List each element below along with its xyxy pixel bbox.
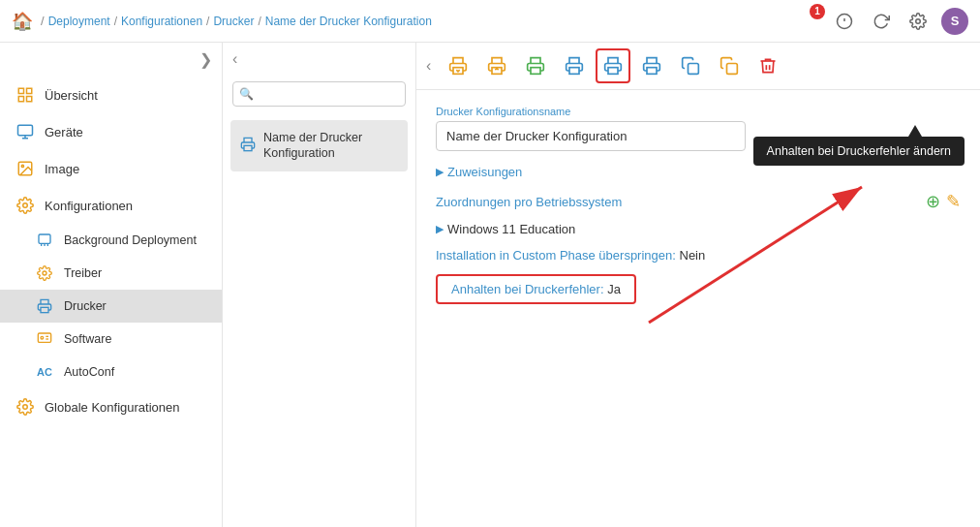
svg-rect-5 bbox=[27, 88, 32, 93]
breadcrumb: Deployment / Konfigurationen / Drucker /… bbox=[48, 15, 432, 28]
toolbar-btn-print-blue2[interactable] bbox=[634, 48, 669, 83]
toolbar-btn-delete[interactable] bbox=[750, 48, 785, 83]
sidebar-item-background-deployment-label: Background Deployment bbox=[64, 233, 197, 247]
sidebar-item-autoconf-label: AutoConf bbox=[64, 365, 114, 379]
sidebar-item-background-deployment[interactable]: Background Deployment bbox=[0, 224, 222, 257]
notifications-button[interactable]: 1 bbox=[794, 8, 821, 35]
toolbar-btn-copy[interactable] bbox=[673, 48, 708, 83]
copy-orange-icon bbox=[720, 56, 739, 76]
home-icon[interactable]: 🏠 bbox=[12, 11, 33, 32]
breadcrumb-sep-0: / bbox=[41, 14, 45, 28]
topbar: 🏠 / Deployment / Konfigurationen / Druck… bbox=[0, 0, 980, 43]
zuweisungen-label: Zuweisungen bbox=[447, 165, 522, 179]
sidebar-item-image-label: Image bbox=[45, 162, 79, 176]
refresh-button[interactable] bbox=[868, 8, 895, 35]
anhalten-value: Ja bbox=[607, 282, 621, 296]
field-value-box: Name der Drucker Konfiguration bbox=[436, 121, 746, 151]
toolbar-btn-copy-orange[interactable] bbox=[712, 48, 747, 83]
search-input[interactable] bbox=[232, 81, 406, 107]
sidebar-item-treiber-label: Treiber bbox=[64, 266, 102, 280]
toolbar-nav-arrow[interactable]: ‹ bbox=[426, 57, 431, 75]
windows-arrow-icon: ▶ bbox=[436, 223, 444, 235]
zuordnungen-edit-icon[interactable]: ✎ bbox=[946, 191, 961, 212]
svg-rect-34 bbox=[727, 64, 738, 75]
list-item-label: Name der DruckerKonfiguration bbox=[263, 130, 362, 162]
toolbar-btn-print-green[interactable] bbox=[518, 48, 553, 83]
breadcrumb-current: Name der Drucker Konfiguration bbox=[265, 15, 432, 28]
svg-rect-4 bbox=[18, 88, 23, 93]
drucker-icon bbox=[35, 296, 54, 316]
ubersicht-icon bbox=[15, 85, 35, 105]
toolbar-btn-export1[interactable] bbox=[441, 48, 475, 83]
sidebar-item-drucker[interactable]: Drucker bbox=[0, 290, 222, 323]
sidebar-item-ubersicht-label: Übersicht bbox=[45, 88, 98, 103]
sidebar-item-konfigurationen-label: Konfigurationen bbox=[45, 199, 133, 213]
sidebar-item-konfigurationen[interactable]: Konfigurationen bbox=[0, 187, 222, 224]
svg-rect-29 bbox=[569, 68, 579, 75]
info-button[interactable] bbox=[831, 8, 858, 35]
list-item-drucker-konfig[interactable]: Name der DruckerKonfiguration bbox=[230, 120, 408, 171]
toolbar-btn-print-blue1[interactable] bbox=[557, 48, 592, 83]
sidebar-item-image[interactable]: Image bbox=[0, 150, 222, 187]
field-label: Drucker Konfigurationsname bbox=[436, 106, 961, 117]
print-blue1-icon bbox=[565, 56, 584, 76]
windows-label: Windows 11 Education bbox=[447, 222, 575, 236]
zuordnungen-header: Zuordnungen pro Betriebssystem ⊕ ✎ bbox=[436, 191, 961, 212]
print-active-icon bbox=[603, 56, 623, 76]
middle-nav-arrow[interactable]: ‹ bbox=[232, 50, 237, 68]
zuweisungen-link[interactable]: ▶ Zuweisungen bbox=[436, 165, 961, 179]
middle-panel-search-container: 🔍 bbox=[223, 76, 415, 112]
anhalten-box: Anhalten bei Druckerfehler: Ja bbox=[436, 274, 636, 304]
user-avatar[interactable]: S bbox=[941, 8, 968, 35]
middle-panel-nav: ‹ bbox=[223, 43, 415, 76]
sidebar-item-globale-label: Globale Konfigurationen bbox=[45, 400, 180, 415]
export1-icon bbox=[448, 56, 468, 76]
print-green-icon bbox=[526, 56, 545, 76]
sidebar-item-software[interactable]: Software bbox=[0, 323, 222, 356]
sidebar-item-autoconf[interactable]: AC AutoConf bbox=[0, 356, 222, 388]
breadcrumb-drucker[interactable]: Drucker bbox=[213, 15, 254, 28]
sidebar-collapse-button[interactable]: ❯ bbox=[0, 43, 222, 77]
zuordnungen-add-icon[interactable]: ⊕ bbox=[926, 191, 940, 212]
windows-link[interactable]: ▶ Windows 11 Education bbox=[436, 222, 961, 236]
sidebar-item-software-label: Software bbox=[64, 332, 111, 346]
sidebar-item-treiber[interactable]: Treiber bbox=[0, 257, 222, 290]
svg-rect-33 bbox=[689, 64, 699, 75]
svg-rect-14 bbox=[39, 234, 50, 243]
breadcrumb-deployment[interactable]: Deployment bbox=[48, 15, 110, 28]
svg-rect-28 bbox=[531, 68, 540, 75]
search-icon: 🔍 bbox=[239, 87, 254, 101]
globale-icon bbox=[15, 397, 35, 417]
topbar-right: 1 S bbox=[794, 8, 968, 35]
svg-point-18 bbox=[43, 271, 46, 275]
custom-phase-value-text: Nein bbox=[680, 248, 706, 263]
toolbar: ‹ bbox=[416, 43, 980, 90]
notification-badge: 1 bbox=[810, 4, 825, 19]
breadcrumb-konfigurationen[interactable]: Konfigurationen bbox=[121, 15, 202, 28]
software-icon bbox=[35, 329, 54, 349]
main-content: ‹ bbox=[416, 43, 980, 527]
sidebar-item-gerate[interactable]: Geräte bbox=[0, 113, 222, 150]
toolbar-btn-export2[interactable] bbox=[479, 48, 514, 83]
zuordnungen-title: Zuordnungen pro Betriebssystem bbox=[436, 195, 622, 209]
collapse-icon[interactable]: ❯ bbox=[199, 50, 212, 69]
middle-panel-list: Name der DruckerKonfiguration bbox=[223, 112, 415, 179]
svg-rect-20 bbox=[38, 333, 50, 342]
svg-point-3 bbox=[916, 18, 921, 23]
copy-icon bbox=[681, 56, 700, 76]
svg-rect-8 bbox=[18, 125, 33, 136]
svg-rect-30 bbox=[608, 68, 618, 75]
gerate-icon bbox=[15, 122, 35, 141]
svg-rect-25 bbox=[244, 145, 252, 150]
zuordnungen-actions: ⊕ ✎ bbox=[926, 191, 961, 212]
sidebar-item-ubersicht[interactable]: Übersicht bbox=[0, 77, 222, 113]
settings-button[interactable] bbox=[904, 8, 932, 35]
sidebar: ❯ Übersicht Geräte Image Konfigurationen bbox=[0, 43, 223, 527]
toolbar-btn-print-active[interactable] bbox=[596, 48, 630, 83]
tooltip-arrow bbox=[908, 125, 922, 137]
export2-icon bbox=[487, 56, 506, 76]
print-blue2-icon bbox=[642, 56, 661, 76]
sidebar-item-globale[interactable]: Globale Konfigurationen bbox=[0, 388, 222, 425]
zuweisungen-arrow-icon: ▶ bbox=[436, 166, 444, 178]
konfigurationen-icon bbox=[15, 196, 35, 215]
